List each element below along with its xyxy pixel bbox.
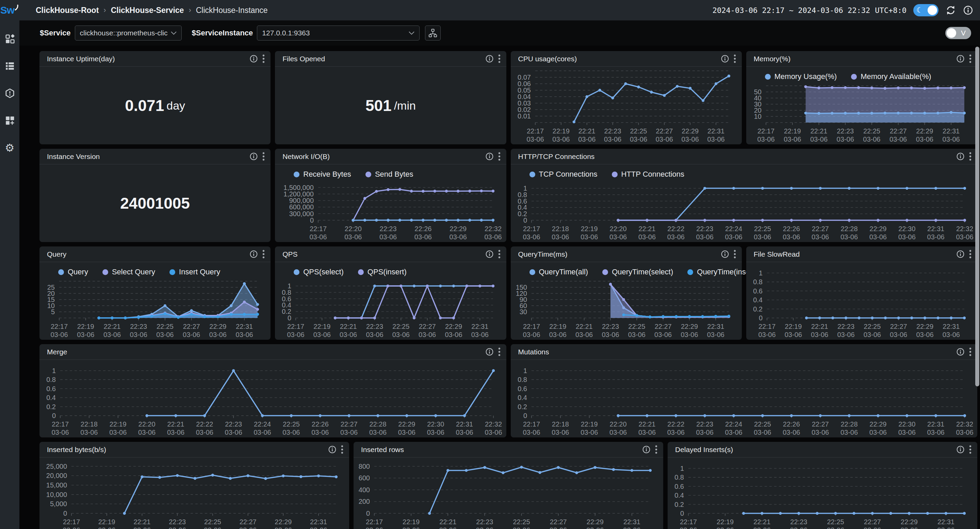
svg-text:22:25: 22:25 [754,225,771,233]
panel-menu-icon[interactable] [969,54,972,63]
legend-item[interactable]: QueryTime(all) [530,268,588,276]
panel-menu-icon[interactable] [262,250,265,259]
panel-menu-icon[interactable] [498,54,501,63]
panel-menu-icon[interactable] [969,250,972,259]
legend-item[interactable]: HTTP Connections [612,170,684,179]
panel-menu-icon[interactable] [498,347,501,357]
panel-menu-icon[interactable] [340,445,344,454]
service-select[interactable]: clickhouse::prometheus-clickho [75,25,182,40]
svg-text:22:27: 22:27 [889,127,907,135]
chart-inserted-rows[interactable]: 020040060080022:1703-0622:1903-0622:2103… [353,457,663,529]
sidebar-item-list[interactable] [0,56,19,76]
breadcrumb-service[interactable]: ClickHouse-Service [111,6,184,15]
sidebar-item-dashboards[interactable] [0,29,19,48]
panel-info-icon[interactable] [250,250,258,258]
chart-network-io[interactable]: 0300,000600,000900,0001,200,0001,500,000… [275,179,506,242]
topology-button[interactable] [425,25,441,40]
refresh-icon[interactable] [945,5,956,16]
svg-text:22:26: 22:26 [783,225,800,233]
panel-info-icon[interactable] [250,54,258,63]
legend-item[interactable]: Receive Bytes [294,170,351,179]
panel-info-icon[interactable] [956,54,965,63]
panel-info-icon[interactable] [250,152,258,161]
instance-select[interactable]: 127.0.0.1:9363 [257,25,420,40]
panel-menu-icon[interactable] [262,152,265,161]
app-logo[interactable]: Sw [0,0,19,21]
breadcrumb-instance[interactable]: ClickHouse-Instance [196,6,268,15]
panel-info-icon[interactable] [485,152,494,161]
legend-item[interactable]: Select Query [102,268,155,276]
panel-title: QueryTime(ms) [518,250,568,258]
panel-menu-icon[interactable] [969,347,972,357]
legend-item[interactable]: TCP Connections [530,170,598,179]
chart-mutations[interactable]: 00.20.40.60.8122:1703-0622:1803-0622:190… [511,360,978,437]
panel-info-icon[interactable] [485,347,494,356]
panel-menu-icon[interactable] [733,54,737,63]
panel-info-icon[interactable] [328,445,337,454]
panel-info-icon[interactable] [485,54,494,63]
panel-menu-icon[interactable] [969,445,972,454]
legend-item[interactable]: QueryTime(select) [602,268,673,276]
svg-text:22:21: 22:21 [103,323,121,330]
chart-memory[interactable]: 102030405022:1703-0622:1903-0622:2103-06… [746,82,977,144]
svg-text:22:29: 22:29 [901,518,918,526]
panel-menu-icon[interactable] [733,250,737,259]
chart-file-slowread[interactable]: 00.20.40.60.8122:1703-0622:1903-0622:210… [746,262,977,340]
panel-info-icon[interactable] [956,250,965,258]
panel-menu-icon[interactable] [262,54,265,63]
svg-text:22:17: 22:17 [366,518,383,526]
panel-menu-icon[interactable] [498,250,501,259]
svg-text:22:20: 22:20 [345,225,362,233]
panel-menu-icon[interactable] [969,152,972,161]
chart-legend: TCP ConnectionsHTTP Connections [511,164,978,179]
legend-label: Insert Query [179,268,220,276]
chart-http-tcp[interactable]: 00.20.40.60.8122:1703-0622:1803-0622:190… [511,179,978,242]
info-icon[interactable] [963,5,973,15]
sidebar-item-widgets[interactable] [0,111,19,130]
legend-label: QueryTime(select) [612,268,673,276]
legend-item[interactable]: Send Bytes [366,170,414,179]
chart-qps[interactable]: 00.20.40.60.8122:1703-0622:1903-0622:210… [275,277,506,340]
chart-inserted-bytes[interactable]: 05,00010,00015,00020,00025,00022:1703-06… [40,457,349,529]
panel-body: QPS(select)QPS(insert)00.20.40.60.8122:1… [275,262,506,340]
svg-text:0.4: 0.4 [517,394,527,402]
svg-text:22:18: 22:18 [552,225,569,233]
legend-dot [366,172,371,177]
legend-item[interactable]: Insert Query [169,268,220,276]
chart-querytime[interactable]: 30609012015022:1703-0622:1903-0622:2103-… [511,277,742,340]
breadcrumb-root[interactable]: ClickHouse-Root [36,6,99,15]
chart-merge[interactable]: 00.20.40.60.8122:1703-0622:1803-0622:190… [40,360,506,437]
svg-text:03-06: 03-06 [604,135,621,143]
panel-info-icon[interactable] [956,347,965,356]
panel-info-icon[interactable] [485,250,494,258]
panel-title: Query [47,250,66,258]
legend-item[interactable]: QPS(insert) [358,268,407,276]
vertical-scrollbar[interactable] [975,47,979,386]
theme-toggle[interactable]: ☾ [913,4,939,16]
sidebar-item-settings[interactable]: ⚙ [0,138,19,157]
panel-info-icon[interactable] [721,54,729,63]
legend-item[interactable]: Memory Usage(%) [765,72,837,81]
svg-text:0.4: 0.4 [517,204,527,211]
panel-info-icon[interactable] [956,152,965,161]
svg-text:22:29: 22:29 [916,323,933,330]
panel-menu-icon[interactable] [498,152,501,161]
svg-text:03-06: 03-06 [956,429,973,436]
chart-delayed-inserts[interactable]: 00.20.40.60.8122:1703-0622:1903-0622:210… [668,457,977,529]
chart-query[interactable]: 51015202522:1703-0622:1903-0622:2103-062… [40,277,270,340]
version-toggle[interactable]: V [945,27,971,39]
svg-text:25: 25 [47,284,55,291]
dashboard-grid: Instance Uptime(day)0.071dayFiles Opened… [19,46,980,529]
panel-info-icon[interactable] [721,250,729,258]
panel-menu-icon[interactable] [655,445,658,454]
panel-info-icon[interactable] [642,445,651,454]
time-range[interactable]: 2024-03-06 22:17 ~ 2024-03-06 22:32 [713,6,870,14]
chart-cpu-usage[interactable]: 0.010.020.030.040.050.060.0722:1703-0622… [511,67,742,144]
sidebar-item-alerts[interactable] [0,84,19,103]
legend-item[interactable]: QPS(select) [294,268,344,276]
legend-item[interactable]: Query [58,268,88,276]
svg-text:900,000: 900,000 [289,197,314,204]
panel-info-icon[interactable] [956,445,965,454]
panel-header: Delayed Inserts(s) [668,442,977,457]
legend-item[interactable]: Memory Available(%) [851,72,931,81]
